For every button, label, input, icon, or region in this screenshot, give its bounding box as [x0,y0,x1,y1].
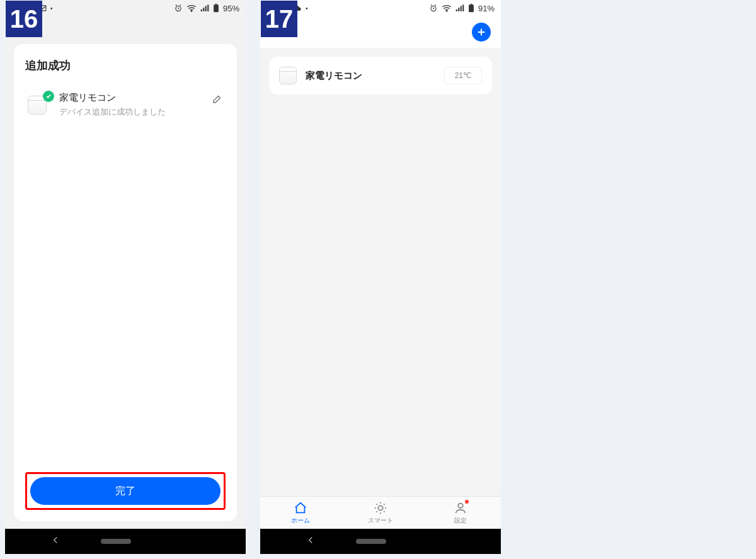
device-icon-wrap [28,92,50,115]
temperature-chip[interactable]: 21℃ [444,67,482,84]
screen-16: • 95% [5,0,246,529]
nav-back-icon[interactable] [305,534,316,548]
phone-screenshot-17: • 91% [260,0,501,554]
device-card[interactable]: 家電リモコン 21℃ [269,57,492,94]
device-row[interactable]: 家電リモコン デバイス追加に成功しました [25,92,226,118]
tab-home-label: ホーム [291,516,310,525]
status-dot-icon: • [306,5,308,12]
battery-icon [468,4,474,13]
edit-icon[interactable] [212,92,223,107]
phone-screenshot-16: • 95% [5,0,246,554]
step-badge-16: 16 [6,1,42,37]
done-button-label: 完了 [115,485,135,498]
svg-rect-10 [469,5,474,13]
tab-settings-label: 設定 [454,516,467,525]
svg-rect-5 [215,4,217,5]
svg-point-9 [446,11,447,11]
status-bar-right: 95% [174,4,239,13]
step-number: 16 [10,5,38,33]
battery-percent: 91% [478,4,495,13]
status-bar-right: 91% [429,4,495,13]
home-icon [294,501,307,515]
tab-smart-label: スマート [368,516,393,525]
svg-point-13 [459,503,463,507]
success-card: 追加成功 家電リモコン デバイス追加に成功しました [14,44,237,521]
svg-rect-4 [214,5,219,13]
alarm-icon [429,4,438,13]
signal-icon [200,4,209,12]
battery-icon [213,4,219,13]
signal-icon [455,4,464,12]
device-name: 家電リモコン [59,92,203,104]
svg-point-3 [191,11,192,11]
check-badge-icon [43,91,54,102]
bottom-tab-bar: ホーム スマート 設定 [260,496,501,529]
done-button[interactable]: 完了 [30,477,220,505]
notification-dot-icon [465,500,469,504]
alarm-icon [174,4,183,13]
screen-17: • 91% [260,0,501,529]
nav-home-pill[interactable] [356,539,386,544]
nav-back-icon[interactable] [50,534,61,548]
device-text: 家電リモコン デバイス追加に成功しました [59,92,203,118]
wifi-icon [186,4,197,12]
temperature-value: 21℃ [455,71,471,80]
status-dot-icon: • [50,5,53,12]
add-device-button[interactable] [472,23,491,42]
step-badge-17: 17 [261,1,297,37]
tab-home[interactable]: ホーム [260,497,340,529]
step-number: 17 [265,5,294,33]
wifi-icon [442,4,452,12]
device-icon [279,67,297,84]
done-button-highlight: 完了 [25,472,226,510]
device-subtitle: デバイス追加に成功しました [59,106,203,118]
android-nav-bar [260,529,501,554]
nav-home-pill[interactable] [101,539,131,544]
device-name: 家電リモコン [306,70,435,82]
sun-icon [374,501,387,515]
card-title: 追加成功 [25,58,226,73]
tab-settings[interactable]: 設定 [421,497,501,529]
android-nav-bar [5,529,246,554]
svg-point-12 [378,505,382,510]
svg-rect-11 [470,4,472,5]
battery-percent: 95% [223,4,239,13]
person-icon [454,501,467,515]
tab-smart[interactable]: スマート [340,497,420,529]
